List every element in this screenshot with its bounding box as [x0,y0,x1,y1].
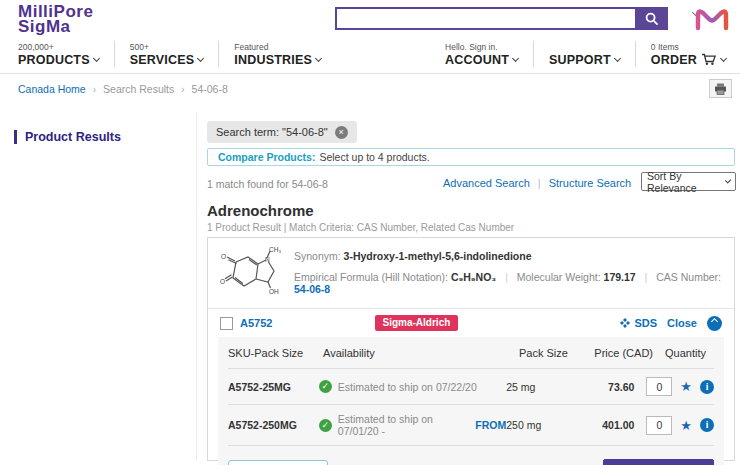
search-input[interactable] [335,7,635,30]
quantity-input[interactable] [646,377,672,396]
product-attributes: Synonym: 3-Hydroxy-1-methyl-5,6-indoline… [294,246,722,304]
favorite-star-icon[interactable]: ★ [680,380,692,393]
breadcrumb-separator: › [93,84,96,95]
breadcrumb-current: 54-06-8 [192,83,228,95]
availability-text: Estimated to ship on 07/22/20 [338,381,477,393]
info-icon[interactable]: i [700,418,714,432]
search-button[interactable] [635,7,668,30]
chevron-down-icon [93,55,100,62]
m-logo[interactable] [692,4,732,34]
search-links: Advanced Search | Structure Search [443,177,631,189]
nav-industries-super: Featured [234,42,321,52]
sort-select[interactable]: Sort By Relevance [641,172,736,191]
match-count-text: 1 match found for 54-06-8 [207,178,328,190]
nav-products[interactable]: 200,000+ PRODUCTS [18,42,99,67]
m-logo-icon [692,4,732,32]
search-bar [335,7,668,30]
milliporesigma-logo[interactable]: MilliPore SigMa [18,4,93,34]
header-quantity: Quantity [665,347,706,359]
chemical-structure-image: O O N CH₃ OH [218,246,282,298]
collapse-icon[interactable] [707,316,722,331]
price: 73.60 [569,381,634,393]
sku-link[interactable]: A5752 [240,317,272,329]
synonym-value: 3-Hydroxy-1-methyl-5,6-indolinedione [344,250,532,262]
nav-support[interactable]: SUPPORT [549,42,620,67]
links-pipe: | [538,177,541,189]
info-icon[interactable]: i [700,380,714,394]
sds-icon [620,318,630,328]
compare-products-bar: Compare Products: Select up to 4 product… [207,148,735,166]
from-link[interactable]: FROM [475,419,506,431]
content-divider [196,112,197,460]
close-icon[interactable]: × [335,126,348,139]
cas-label: CAS Number: [656,271,721,283]
product-checkbox[interactable] [220,317,233,330]
page: MilliPore SigMa 200,000+ PRODUCTS [0,0,740,465]
product-info-row: O O N CH₃ OH Synonym: 3-Hydroxy-1-methyl… [208,238,734,308]
rail-accent-bar [14,130,17,144]
breadcrumb-home-link[interactable]: Canada Home [18,83,86,95]
header-pack-size: Pack Size [519,347,585,359]
breadcrumb: Canada Home › Search Results › 54-06-8 [18,83,228,95]
rail-title-label: Product Results [25,130,121,144]
structure-search-link[interactable]: Structure Search [549,177,632,189]
print-icon [714,83,727,95]
mw-label: Molecular Weight: [517,271,601,283]
sign-in-text: Hello. Sign in. [445,42,518,52]
nav-services[interactable]: 500+ SERVICES [130,42,204,67]
nav-support-label: SUPPORT [549,53,611,67]
add-to-cart-button[interactable]: ADD TO CART [603,459,714,465]
breadcrumb-search-results: Search Results [103,83,174,95]
table-actions-row: Bulk orders? ADD TO CART [228,446,714,465]
svg-text:OH: OH [269,288,279,295]
chevron-down-icon [197,55,204,62]
nav-industries[interactable]: Featured INDUSTRIES [234,42,321,67]
quantity-input[interactable] [646,416,672,435]
bulk-orders-button[interactable]: Bulk orders? [228,460,328,465]
header-sku: SKU-Pack Size [228,347,323,359]
header-price: Price (CAD) [585,347,653,359]
formula-value: C₉H₉NO₃ [451,271,496,283]
svg-text:O: O [220,278,225,285]
synonym-label: Synonym: [294,250,341,262]
pack-size: 250 mg [506,419,569,431]
cas-number-link[interactable]: 54-06-8 [294,283,330,295]
advanced-search-link[interactable]: Advanced Search [443,177,530,189]
primary-nav: 200,000+ PRODUCTS 500+ SERVICES Featured… [18,41,321,67]
nav-account-label: ACCOUNT [445,53,509,67]
search-term-chip: Search term: "54-06-8" × [207,121,357,143]
chevron-down-icon [512,55,519,62]
check-circle-icon: ✓ [319,419,332,432]
print-button[interactable] [709,79,732,98]
formula-label: Empirical Formula (Hill Notation): [294,271,448,283]
nav-order[interactable]: 0 Items ORDER [651,42,726,67]
product-subtitle: 1 Product Result | Match Criteria: CAS N… [207,222,514,233]
brand-badge: Sigma-Aldrich [375,315,459,331]
sku-header-row: A5752 Sigma-Aldrich SDS Close [208,308,734,337]
attr-pipe: | [505,271,508,283]
chevron-down-icon [614,55,621,62]
sort-select-value: Sort By Relevance [647,170,722,194]
svg-text:N: N [265,256,270,263]
logo-line2: SigMa [18,19,93,34]
pricing-table: SKU-Pack Size Availability Pack Size Pri… [218,337,724,465]
nav-order-label: ORDER [651,53,697,67]
favorite-star-icon[interactable]: ★ [680,419,692,432]
chevron-down-icon [315,55,322,62]
nav-industries-label: INDUSTRIES [234,53,312,67]
sds-link[interactable]: SDS [620,317,657,329]
product-title: Adrenochrome [207,202,314,219]
nav-services-label: SERVICES [130,53,195,67]
nav-support-super [549,42,620,52]
nav-account[interactable]: Hello. Sign in. ACCOUNT [445,42,518,67]
check-circle-icon: ✓ [319,380,332,393]
search-term-text: Search term: "54-06-8" [216,126,328,138]
table-row: A5752-250MG ✓ Estimated to ship on 07/01… [228,405,714,446]
utility-nav: Hello. Sign in. ACCOUNT SUPPORT 0 Items … [445,41,726,67]
close-link[interactable]: Close [667,317,697,329]
nav-divider [533,41,534,67]
compare-products-link[interactable]: Compare Products: [218,151,315,163]
nav-divider [114,41,115,67]
chevron-down-icon [724,177,731,184]
row-sku: A5752-250MG [228,419,319,431]
